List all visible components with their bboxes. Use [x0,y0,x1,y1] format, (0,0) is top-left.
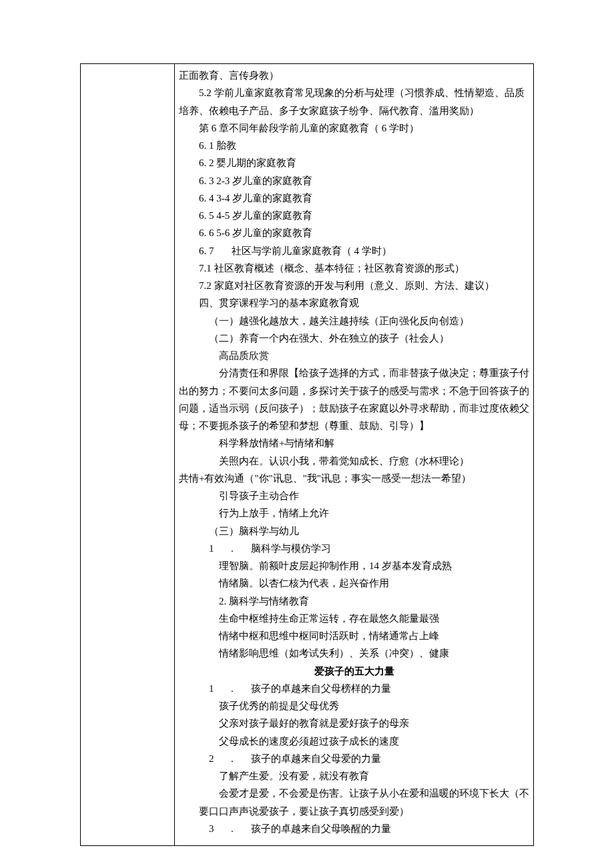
text-line: 理智脑。前额叶皮层起抑制作用，14 岁基本发育成熟 [179,557,529,574]
text-line: 问题，适当示弱（反问孩子）；鼓励孩子在家庭以外寻求帮助，而非过度依赖父 [179,400,529,417]
text-line: 1.孩子的卓越来自父母榜样的力量 [179,680,529,697]
text-line: （二）养育一个内在强大、外在独立的孩子（社会人） [179,330,529,347]
text-line: 引导孩子主动合作 [179,487,529,504]
text-line: 6. 1 胎教 [179,137,529,154]
list-sep: . [231,750,251,767]
text-line: 7.2 家庭对社区教育资源的开发与利用（意义、原则、方法、建议） [179,277,529,294]
text-line: 了解产生爱。没有爱，就没有教育 [179,767,529,785]
text-line: 会爱才是爱，不会爱是伤害。让孩子从小在爱和温暖的环境下长大（不 [179,785,529,802]
text-line: 情绪脑。以杏仁核为代表，起兴奋作用 [179,574,529,592]
text-line: （三）脑科学与幼儿 [179,522,529,540]
text-line: 四、贯穿课程学习的基本家庭教育观 [179,294,529,312]
list-number: 1 [209,540,231,557]
text-line: 孩子优秀的前提是父母优秀 [179,697,529,715]
text-line: 培养、依赖电子产品、多子女家庭孩子纷争、隔代教育、滥用奖励） [179,102,529,119]
text-line: 6. 7 社区与学前儿童家庭教育（ 4 学时） [179,242,529,260]
list-text: 脑科学与模仿学习 [251,543,331,554]
text-line: 6. 2 婴儿期的家庭教育 [179,154,529,171]
text-line: 行为上放手，情绪上允许 [179,504,529,522]
text-line: 共情+有效沟通（"你"讯息、"我"讯息；事实一感受一想法一希望） [179,470,529,487]
text-line: 6. 6 5-6 岁儿童的家庭教育 [179,224,529,242]
text-line: 高品质欣赏 [179,347,529,364]
text-line: 出的努力；不要问太多问题，多探讨关于孩子的感受与需求；不急于回答孩子的 [179,382,529,400]
list-sep: . [231,820,251,837]
table-row: 正面教育、言传身教）5.2 学前儿童家庭教育常见现象的分析与处理（习惯养成、性情… [81,64,534,846]
list-text: 孩子的卓越来自父母榜样的力量 [251,683,391,694]
list-text: 孩子的卓越来自父母唤醒的力量 [251,823,391,834]
text-line: 爱孩子的五大力量 [179,663,529,680]
list-sep: . [231,680,251,697]
text-line: 科学释放情绪+与情绪和解 [179,434,529,452]
text-line: （一）越强化越放大，越关注越持续（正向强化反向创造） [179,312,529,330]
content-table: 正面教育、言传身教）5.2 学前儿童家庭教育常见现象的分析与处理（习惯养成、性情… [80,63,534,846]
text-line: 5.2 学前儿童家庭教育常见现象的分析与处理（习惯养成、性情塑造、品质 [179,84,529,101]
text-line: 情绪中枢和思维中枢同时活跃时，情绪通常占上峰 [179,627,529,644]
text-line: 正面教育、言传身教） [179,67,529,84]
text-line: 母；不要扼杀孩子的希望和梦想（尊重、鼓励、引导）】 [179,417,529,434]
text-line: 情绪影响思维（如考试失利）、关系（冲突）、健康 [179,644,529,662]
text-line: 6. 5 4-5 岁儿童的家庭教育 [179,207,529,224]
text-line: 3.孩子的卓越来自父母唤醒的力量 [179,820,529,837]
text-line: 2. 脑科学与情绪教育 [179,592,529,610]
text-line: 关照内在。认识小我，带着觉知成长、疗愈（水杯理论） [179,452,529,470]
text-line: 6. 3 2-3 岁儿童的家庭教育 [179,172,529,189]
text-line: 7.1 社区教育概述（概念、基本特征；社区教育资源的形式） [179,260,529,277]
text-line: 生命中枢维持生命正常运转，存在最悠久能量最强 [179,610,529,627]
left-cell [81,64,175,846]
list-number: 3 [209,820,231,837]
text-line: 分清责任和界限【给孩子选择的方式，而非替孩子做决定；尊重孩子付 [179,364,529,382]
content-cell: 正面教育、言传身教）5.2 学前儿童家庭教育常见现象的分析与处理（习惯养成、性情… [175,64,534,846]
text-line: 2.孩子的卓越来自父母爱的力量 [179,750,529,767]
list-number: 2 [209,750,231,767]
text-line: 父母成长的速度必须超过孩子成长的速度 [179,733,529,750]
list-sep: . [231,540,251,557]
text-line: 第 6 章不同年龄段学前儿童的家庭教育（ 6 学时） [179,119,529,137]
text-line: 父亲对孩子最好的教育就是爱好孩子的母亲 [179,715,529,732]
list-number: 1 [209,680,231,697]
text-line: 要口口声声说爱孩子，要让孩子真切感受到爱） [179,803,529,820]
text-line: 1.脑科学与模仿学习 [179,540,529,557]
list-text: 孩子的卓越来自父母爱的力量 [251,753,381,764]
text-line: 6. 4 3-4 岁儿童的家庭教育 [179,189,529,207]
document-page: 正面教育、言传身教）5.2 学前儿童家庭教育常见现象的分析与处理（习惯养成、性情… [0,0,614,868]
